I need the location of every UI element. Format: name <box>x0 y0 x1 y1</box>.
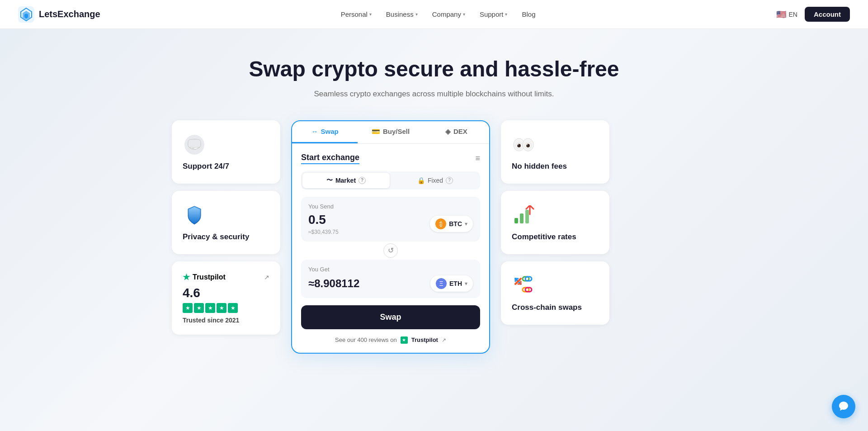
send-currency-symbol: BTC <box>449 220 462 227</box>
get-currency-chevron-icon: ▾ <box>465 280 467 287</box>
eyes-icon <box>512 133 535 156</box>
tab-swap[interactable]: ↔ Swap <box>292 121 358 143</box>
star-2: ★ <box>194 303 204 313</box>
currency-chevron-icon: ▾ <box>465 221 467 227</box>
support-card: Support 24/7 <box>172 120 280 184</box>
trustpilot-footer: See our 400 reviews on ★ Trustpilot ↗ <box>301 336 480 344</box>
start-exchange-header: Start exchange ≡ <box>301 153 480 164</box>
nav-personal[interactable]: Personal ▾ <box>341 10 372 18</box>
header: LetsExchange Personal ▾ Business ▾ Compa… <box>0 0 868 29</box>
trustpilot-brand: ★ Trustpilot <box>183 272 226 282</box>
get-section: You Get ≈8.908112 Ξ ETH ▾ <box>301 260 480 298</box>
rate-toggle: 〜 Market ? 🔒 Fixed ? <box>301 171 480 189</box>
logo[interactable]: LetsExchange <box>18 6 100 23</box>
external-link-icon: ↗ <box>442 337 446 343</box>
fixed-help-icon[interactable]: ? <box>446 177 453 184</box>
left-cards: Support 24/7 <box>172 120 280 335</box>
chevron-down-icon: ▾ <box>369 12 372 17</box>
widget-body: Start exchange ≡ 〜 Market ? 🔒 Fixed ? <box>292 144 489 353</box>
privacy-card: Privacy & security <box>172 191 280 254</box>
header-right: 🇺🇸 EN Account <box>776 7 850 22</box>
support-card-title: Support 24/7 <box>183 162 269 171</box>
no-fees-card: No hidden fees <box>501 120 609 184</box>
star-1: ★ <box>183 303 193 313</box>
tab-buysell[interactable]: 💳 Buy/Sell <box>358 121 423 143</box>
cards-area: Support 24/7 <box>163 120 705 354</box>
flag-icon: 🇺🇸 <box>776 9 786 19</box>
cross-chain-card-title: Cross-chain swaps <box>512 303 599 312</box>
chat-icon <box>183 133 206 156</box>
nav-blog[interactable]: Blog <box>522 10 535 18</box>
main-content: Swap crypto secure and hassle-free Seaml… <box>0 29 868 431</box>
swap-button[interactable]: Swap <box>301 305 480 329</box>
send-usd: ≈$30,439.75 <box>308 229 339 235</box>
svg-point-13 <box>518 144 519 145</box>
send-amount-display: 0.5 ≈$30,439.75 <box>308 213 339 235</box>
shield-icon <box>183 204 206 227</box>
exchange-widget-container: ↔ Swap 💳 Buy/Sell ◈ DEX Start ex <box>291 120 490 354</box>
chat-icon <box>838 401 849 412</box>
cross-chain-icon <box>512 274 535 298</box>
wave-icon: 〜 <box>326 176 333 185</box>
privacy-card-title: Privacy & security <box>183 232 269 242</box>
start-exchange-title: Start exchange <box>301 153 359 164</box>
btc-icon: ₿ <box>435 218 446 229</box>
nav-business[interactable]: Business ▾ <box>386 10 418 18</box>
hero-title: Swap crypto secure and hassle-free <box>249 56 619 82</box>
swap-arrow-container: ↺ <box>301 243 480 258</box>
star-3: ★ <box>205 303 215 313</box>
dex-icon: ◈ <box>445 128 451 136</box>
logo-icon <box>18 6 34 23</box>
trustpilot-card: ★ Trustpilot ↗ 4.6 ★ ★ ★ ★ ★ Trusted sin… <box>172 261 280 335</box>
nav-company[interactable]: Company ▾ <box>432 10 465 18</box>
svg-rect-20 <box>520 213 524 223</box>
cross-chain-card: Cross-chain swaps <box>501 261 609 325</box>
competitive-card: Competitive rates <box>501 191 609 254</box>
get-amount: ≈8.908112 <box>308 277 359 290</box>
external-link-icon[interactable]: ↗ <box>264 274 269 281</box>
send-amount[interactable]: 0.5 <box>308 213 339 227</box>
get-currency-selector[interactable]: Ξ ETH ▾ <box>430 275 473 292</box>
swap-direction-button[interactable]: ↺ <box>383 243 398 258</box>
chevron-down-icon: ▾ <box>463 12 465 17</box>
trustpilot-since: Trusted since 2021 <box>183 317 269 324</box>
competitive-card-title: Competitive rates <box>512 232 599 242</box>
menu-icon[interactable]: ≡ <box>475 154 480 163</box>
chevron-down-icon: ▾ <box>415 12 418 17</box>
widget-tabs: ↔ Swap 💳 Buy/Sell ◈ DEX <box>292 121 489 144</box>
exchange-widget: ↔ Swap 💳 Buy/Sell ◈ DEX Start ex <box>291 120 490 354</box>
send-currency-selector[interactable]: ₿ BTC ▾ <box>430 216 473 232</box>
svg-rect-19 <box>514 218 518 223</box>
eth-icon: Ξ <box>436 278 447 289</box>
account-button[interactable]: Account <box>805 7 850 22</box>
tp-star-icon: ★ <box>401 336 408 344</box>
market-help-icon[interactable]: ? <box>359 177 366 184</box>
send-section: You Send 0.5 ≈$30,439.75 ₿ BTC ▾ <box>301 197 480 242</box>
trustpilot-link[interactable]: Trustpilot <box>411 336 438 343</box>
svg-rect-21 <box>525 210 529 223</box>
logo-text: LetsExchange <box>39 9 100 19</box>
nav-support[interactable]: Support ▾ <box>480 10 508 18</box>
chat-button[interactable] <box>832 395 855 418</box>
fixed-rate-button[interactable]: 🔒 Fixed ? <box>392 173 479 188</box>
no-fees-card-title: No hidden fees <box>512 162 599 171</box>
chevron-down-icon: ▾ <box>505 12 507 17</box>
hero-subtitle: Seamless crypto exchanges across multipl… <box>314 90 554 99</box>
lock-icon: 🔒 <box>417 177 425 184</box>
chart-icon <box>512 204 535 227</box>
right-cards: No hidden fees Competitive rates <box>501 120 609 325</box>
market-rate-button[interactable]: 〜 Market ? <box>302 173 390 188</box>
tab-dex[interactable]: ◈ DEX <box>424 121 489 143</box>
language-selector[interactable]: 🇺🇸 EN <box>776 9 797 19</box>
send-label: You Send <box>308 203 473 210</box>
get-label: You Get <box>308 266 473 273</box>
trustpilot-rating: 4.6 <box>183 286 269 300</box>
trustpilot-star-icon: ★ <box>183 272 190 282</box>
star-4: ★ <box>217 303 226 313</box>
swap-tab-icon: ↔ <box>311 128 318 135</box>
svg-point-18 <box>527 144 528 145</box>
stars-row: ★ ★ ★ ★ ★ <box>183 303 269 313</box>
card-icon: 💳 <box>372 128 380 136</box>
main-nav: Personal ▾ Business ▾ Company ▾ Support … <box>341 10 536 18</box>
star-5: ★ <box>228 303 238 313</box>
